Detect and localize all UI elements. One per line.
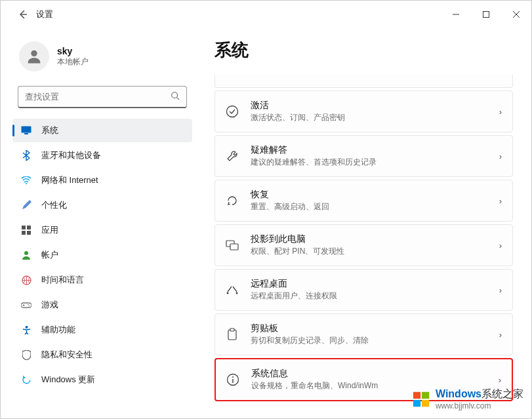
- sidebar-item-label: 隐私和安全性: [41, 349, 92, 361]
- search-input[interactable]: [25, 92, 171, 102]
- card-project[interactable]: 投影到此电脑 权限、配对 PIN、可发现性 ›: [215, 224, 513, 266]
- svg-rect-9: [24, 133, 28, 134]
- remote-icon: [224, 282, 240, 298]
- sidebar-item-label: 系统: [41, 125, 58, 136]
- profile-name: sky: [57, 46, 89, 56]
- sidebar-item-personalization[interactable]: 个性化: [12, 193, 192, 217]
- back-arrow-icon: [18, 9, 28, 20]
- chevron-right-icon: ›: [499, 330, 502, 340]
- svg-point-10: [26, 183, 27, 184]
- card-troubleshoot[interactable]: 疑难解答 建议的疑难解答、首选项和历史记录 ›: [215, 135, 513, 177]
- brush-icon: [20, 199, 32, 211]
- card-title: 远程桌面: [251, 278, 489, 290]
- card-about[interactable]: 系统信息 设备规格，重命名电脑、Wind/inWm ›: [215, 358, 513, 401]
- svg-rect-14: [27, 231, 31, 235]
- minimize-button[interactable]: [441, 1, 471, 28]
- card-title: 剪贴板: [251, 323, 489, 334]
- wrench-icon: [224, 148, 240, 164]
- svg-rect-25: [230, 244, 238, 250]
- svg-point-27: [236, 292, 238, 294]
- chevron-right-icon: ›: [499, 107, 502, 117]
- globe-clock-icon: [20, 274, 32, 286]
- sidebar-item-label: 网络和 Internet: [41, 174, 98, 186]
- shield-icon: [20, 349, 32, 361]
- sidebar-item-accounts[interactable]: 帐户: [12, 243, 192, 267]
- app-title: 设置: [36, 9, 53, 20]
- sidebar-item-accessibility[interactable]: 辅助功能: [12, 318, 192, 342]
- maximize-button[interactable]: [471, 1, 501, 28]
- svg-point-20: [28, 304, 29, 305]
- info-icon: [225, 372, 241, 388]
- apps-icon: [20, 224, 32, 236]
- svg-point-15: [24, 251, 28, 255]
- sidebar-item-system[interactable]: 系统: [12, 119, 192, 142]
- sidebar: sky 本地帐户 系统 蓝牙和其他设备 网络和 Internet: [1, 28, 199, 418]
- sidebar-item-label: 蓝牙和其他设备: [41, 150, 101, 161]
- sidebar-item-label: 时间和语言: [41, 274, 84, 286]
- card-clipboard[interactable]: 剪贴板 剪切和复制历史记录、同步、清除 ›: [215, 313, 513, 355]
- sidebar-item-label: 辅助功能: [41, 324, 75, 336]
- window-controls: [441, 1, 531, 28]
- sidebar-item-label: 游戏: [41, 299, 58, 311]
- svg-rect-2: [483, 12, 489, 18]
- svg-rect-17: [21, 303, 31, 308]
- search-box[interactable]: [18, 86, 187, 108]
- card-title: 投影到此电脑: [251, 233, 489, 245]
- chevron-right-icon: ›: [499, 285, 502, 295]
- card-subtitle: 设备规格，重命名电脑、Wind/inWm: [251, 380, 488, 391]
- sidebar-item-gaming[interactable]: 游戏: [12, 293, 192, 317]
- recovery-icon: [224, 193, 240, 209]
- svg-point-5: [31, 50, 37, 56]
- svg-point-22: [25, 326, 28, 329]
- card-previous-cut[interactable]: [215, 75, 513, 88]
- sidebar-item-apps[interactable]: 应用: [12, 218, 192, 242]
- svg-point-6: [172, 92, 178, 98]
- svg-line-7: [177, 98, 180, 100]
- clipboard-icon: [224, 327, 240, 342]
- update-icon: [20, 374, 32, 386]
- card-subtitle: 重置、高级启动、返回: [251, 201, 489, 212]
- sidebar-item-update[interactable]: Windows 更新: [12, 368, 192, 391]
- person-icon: [25, 47, 43, 66]
- back-button[interactable]: [14, 9, 32, 20]
- main-panel: 系统 激活 激活状态、订阅、产品密钥 › 疑难解答 建议的疑难解答、首选项和历史…: [199, 28, 531, 418]
- search-icon: [171, 91, 180, 102]
- svg-rect-8: [22, 127, 31, 133]
- svg-rect-11: [22, 226, 26, 229]
- sidebar-item-label: 个性化: [41, 199, 67, 211]
- chevron-right-icon: ›: [499, 375, 501, 385]
- project-icon: [224, 237, 240, 253]
- titlebar: 设置: [1, 1, 531, 28]
- close-button[interactable]: [501, 1, 531, 28]
- system-icon: [20, 125, 32, 136]
- sidebar-item-label: 帐户: [41, 249, 58, 261]
- chevron-right-icon: ›: [499, 151, 502, 161]
- chevron-right-icon: ›: [499, 241, 502, 250]
- nav-list: 系统 蓝牙和其他设备 网络和 Internet 个性化 应用 帐户: [12, 119, 192, 391]
- card-subtitle: 远程桌面用户、连接权限: [251, 290, 489, 302]
- card-remote[interactable]: 远程桌面 远程桌面用户、连接权限 ›: [215, 269, 513, 311]
- card-title: 系统信息: [251, 368, 488, 380]
- card-activation[interactable]: 激活 激活状态、订阅、产品密钥 ›: [215, 90, 513, 132]
- card-recovery[interactable]: 恢复 重置、高级启动、返回 ›: [215, 180, 513, 222]
- sidebar-item-bluetooth[interactable]: 蓝牙和其他设备: [12, 144, 192, 167]
- svg-rect-12: [27, 226, 31, 229]
- sidebar-item-time[interactable]: 时间和语言: [12, 268, 192, 292]
- card-title: 恢复: [251, 189, 489, 201]
- svg-rect-29: [230, 329, 234, 331]
- card-title: 激活: [251, 100, 489, 111]
- card-title: 疑难解答: [251, 144, 489, 156]
- bluetooth-icon: [20, 150, 32, 161]
- sidebar-item-network[interactable]: 网络和 Internet: [12, 169, 192, 192]
- sidebar-item-privacy[interactable]: 隐私和安全性: [12, 343, 192, 367]
- svg-rect-13: [22, 231, 26, 235]
- check-circle-icon: [224, 104, 240, 119]
- card-list: 激活 激活状态、订阅、产品密钥 › 疑难解答 建议的疑难解答、首选项和历史记录 …: [215, 75, 513, 401]
- chevron-right-icon: ›: [499, 196, 502, 206]
- avatar: [19, 41, 49, 71]
- svg-point-26: [227, 292, 229, 294]
- card-subtitle: 建议的疑难解答、首选项和历史记录: [251, 157, 489, 168]
- accessibility-icon: [20, 324, 32, 336]
- svg-point-31: [232, 376, 234, 378]
- profile-block[interactable]: sky 本地帐户: [12, 37, 192, 83]
